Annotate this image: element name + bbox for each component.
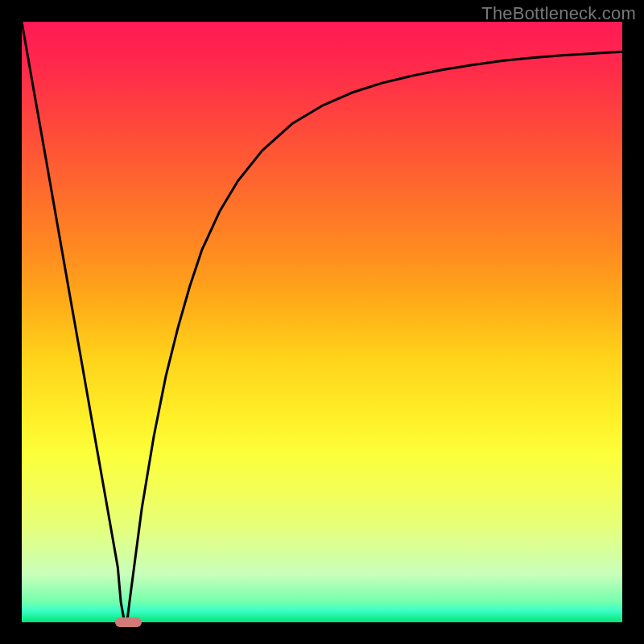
- bottleneck-curve: [22, 22, 622, 622]
- chart-frame: TheBottleneck.com: [0, 0, 644, 644]
- optimal-range-marker: [115, 617, 142, 627]
- plot-area: [22, 22, 622, 622]
